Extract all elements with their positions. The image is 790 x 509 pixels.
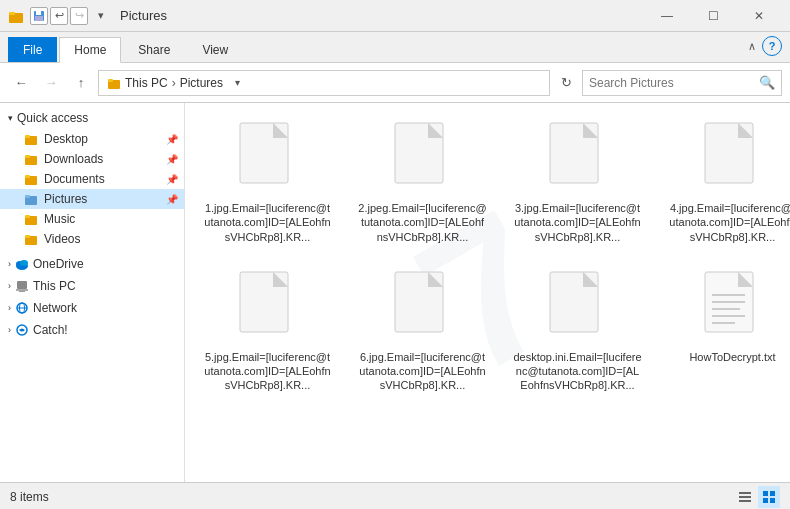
folder-icon-downloads: [24, 152, 38, 166]
list-view-icon: [738, 490, 752, 504]
svg-rect-58: [739, 492, 751, 494]
minimize-button[interactable]: —: [644, 0, 690, 32]
sidebar-item-documents[interactable]: Documents 📌: [0, 169, 184, 189]
svg-rect-23: [16, 289, 28, 291]
refresh-button[interactable]: ↻: [554, 70, 578, 96]
address-path[interactable]: This PC › Pictures ▾: [98, 70, 550, 96]
svg-rect-22: [17, 281, 27, 289]
file-icon-7: [545, 270, 610, 350]
undo-button[interactable]: ↩: [50, 7, 68, 25]
sidebar-item-downloads[interactable]: Downloads 📌: [0, 149, 184, 169]
svg-rect-14: [25, 195, 30, 198]
file-item-7[interactable]: desktop.ini.Email=[luciferenc@tutanota.c…: [505, 262, 650, 401]
file-icon-2: [390, 121, 455, 201]
status-bar: 8 items: [0, 482, 790, 509]
redo-button[interactable]: ↪: [70, 7, 88, 25]
title-bar-separator: ▾: [98, 9, 104, 22]
file-label-3: 3.jpg.Email=[luciferenc@tutanota.com]ID=…: [513, 201, 642, 244]
sidebar-section-label-thispc: This PC: [33, 279, 76, 293]
file-icon-8: [700, 270, 765, 350]
close-button[interactable]: ✕: [736, 0, 782, 32]
svg-rect-12: [25, 175, 30, 178]
path-sep1: ›: [172, 76, 176, 90]
onedrive-icon: [15, 257, 29, 271]
folder-icon-videos: [24, 232, 38, 246]
files-grid: 1.jpg.Email=[luciferenc@tutanota.com]ID=…: [195, 113, 780, 401]
sidebar-section-label-catch: Catch!: [33, 323, 68, 337]
sidebar-section-catch[interactable]: › Catch!: [0, 319, 184, 341]
forward-button[interactable]: →: [38, 70, 64, 96]
svg-rect-1: [9, 12, 15, 15]
pin-icon-pictures: 📌: [166, 194, 178, 205]
sidebar: ▾ Quick access Desktop 📌 Downloads 📌 Doc…: [0, 103, 185, 482]
file-label-6: 6.jpg.Email=[luciferenc@tutanota.com]ID=…: [358, 350, 487, 393]
svg-point-21: [20, 260, 28, 266]
file-label-5: 5.jpg.Email=[luciferenc@tutanota.com]ID=…: [203, 350, 332, 393]
file-item-3[interactable]: 3.jpg.Email=[luciferenc@tutanota.com]ID=…: [505, 113, 650, 252]
svg-rect-62: [770, 491, 775, 496]
sidebar-section-thispc[interactable]: › This PC: [0, 275, 184, 297]
file-item-4[interactable]: 4.jpg.Email=[luciferenc@tutanota.com]ID=…: [660, 113, 790, 252]
search-box[interactable]: 🔍: [582, 70, 782, 96]
file-label-1: 1.jpg.Email=[luciferenc@tutanota.com]ID=…: [203, 201, 332, 244]
chevron-right-icon-thispc: ›: [8, 281, 11, 291]
maximize-button[interactable]: ☐: [690, 0, 736, 32]
file-item-5[interactable]: 5.jpg.Email=[luciferenc@tutanota.com]ID=…: [195, 262, 340, 401]
detail-view-button[interactable]: [758, 486, 780, 508]
chevron-right-icon-catch: ›: [8, 325, 11, 335]
svg-rect-60: [739, 500, 751, 502]
sidebar-section-label-onedrive: OneDrive: [33, 257, 84, 271]
sidebar-item-label-videos: Videos: [44, 232, 80, 246]
svg-rect-10: [25, 155, 30, 158]
sidebar-item-pictures[interactable]: Pictures 📌: [0, 189, 184, 209]
file-label-4: 4.jpg.Email=[luciferenc@tutanota.com]ID=…: [668, 201, 790, 244]
sidebar-section-onedrive[interactable]: › OneDrive: [0, 253, 184, 275]
sidebar-item-label-pictures: Pictures: [44, 192, 87, 206]
quick-save-button[interactable]: [30, 7, 48, 25]
ribbon: File Home Share View ∧ ?: [0, 32, 790, 63]
file-icon-4: [700, 121, 765, 201]
file-item-1[interactable]: 1.jpg.Email=[luciferenc@tutanota.com]ID=…: [195, 113, 340, 252]
ribbon-expand-icon[interactable]: ∧: [748, 40, 756, 53]
sidebar-item-videos[interactable]: Videos: [0, 229, 184, 249]
list-view-button[interactable]: [734, 486, 756, 508]
tab-view[interactable]: View: [187, 37, 243, 62]
sidebar-item-music[interactable]: Music: [0, 209, 184, 229]
up-button[interactable]: ↑: [68, 70, 94, 96]
folder-icon-desktop: [24, 132, 38, 146]
file-label-8: HowToDecrypt.txt: [689, 350, 775, 364]
svg-rect-59: [739, 496, 751, 498]
file-item-6[interactable]: 6.jpg.Email=[luciferenc@tutanota.com]ID=…: [350, 262, 495, 401]
chevron-down-icon: ▾: [8, 113, 13, 123]
svg-rect-3: [36, 11, 41, 15]
tab-share[interactable]: Share: [123, 37, 185, 62]
svg-rect-16: [25, 215, 30, 218]
folder-icon-pictures: [24, 192, 38, 206]
sidebar-section-label-network: Network: [33, 301, 77, 315]
path-folder-icon: [107, 76, 121, 90]
svg-rect-8: [25, 135, 30, 138]
back-button[interactable]: ←: [8, 70, 34, 96]
file-item-2[interactable]: 2.jpeg.Email=[luciferenc@tutanota.com]ID…: [350, 113, 495, 252]
tab-file[interactable]: File: [8, 37, 57, 62]
title-bar: ↩ ↪ ▾ Pictures — ☐ ✕: [0, 0, 790, 32]
sidebar-item-desktop[interactable]: Desktop 📌: [0, 129, 184, 149]
address-bar: ← → ↑ This PC › Pictures ▾ ↻ 🔍: [0, 63, 790, 103]
file-icon-6: [390, 270, 455, 350]
quick-save-area: ↩ ↪: [30, 7, 88, 25]
ribbon-tabs: File Home Share View: [0, 32, 790, 62]
view-controls: [734, 486, 780, 508]
sidebar-section-network[interactable]: › Network: [0, 297, 184, 319]
svg-rect-18: [25, 235, 30, 238]
search-input[interactable]: [589, 76, 755, 90]
svg-rect-63: [763, 498, 768, 503]
file-item-8[interactable]: HowToDecrypt.txt: [660, 262, 790, 401]
address-dropdown-button[interactable]: ▾: [227, 70, 247, 96]
tab-home[interactable]: Home: [59, 37, 121, 63]
sidebar-section-quick-access[interactable]: ▾ Quick access: [0, 107, 184, 129]
ribbon-help-button[interactable]: ?: [762, 36, 782, 56]
path-thispc: This PC: [125, 76, 168, 90]
computer-icon: [15, 279, 29, 293]
svg-rect-61: [763, 491, 768, 496]
title-bar-title: Pictures: [120, 8, 167, 23]
